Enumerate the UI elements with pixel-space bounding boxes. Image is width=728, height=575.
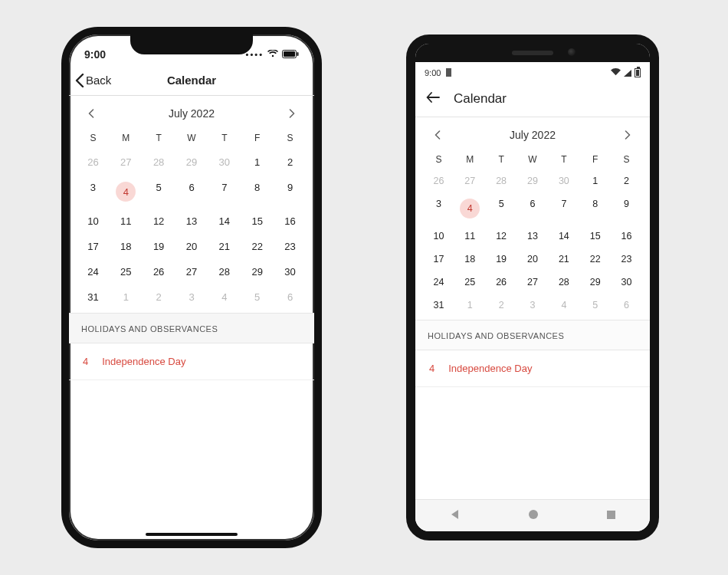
calendar-day-cell[interactable]: 11 — [454, 225, 486, 248]
calendar-day-cell[interactable]: 2 — [274, 150, 307, 175]
calendar-day-cell[interactable]: 10 — [77, 209, 110, 234]
calendar-day-cell[interactable]: 26 — [423, 169, 454, 192]
calendar-day-cell[interactable]: 25 — [454, 271, 486, 294]
calendar-day-cell[interactable]: 21 — [208, 234, 241, 259]
calendar-day-cell[interactable]: 12 — [143, 209, 175, 234]
calendar-day-cell[interactable]: 29 — [241, 259, 274, 284]
calendar-day-cell[interactable]: 22 — [579, 248, 611, 271]
calendar-day-cell[interactable]: 5 — [579, 294, 611, 317]
prev-month-button[interactable] — [83, 105, 100, 122]
back-button[interactable]: Back — [75, 74, 111, 87]
calendar-day-cell[interactable]: 5 — [143, 175, 175, 209]
calendar-day-cell[interactable]: 8 — [579, 192, 611, 225]
calendar-day-cell[interactable]: 5 — [241, 284, 274, 310]
calendar-day-cell[interactable]: 29 — [517, 169, 549, 192]
calendar-day-cell[interactable]: 27 — [110, 150, 143, 175]
calendar-day-cell[interactable]: 4 — [110, 175, 143, 209]
calendar-day-cell[interactable]: 3 — [175, 284, 208, 310]
calendar-day-cell[interactable]: 18 — [110, 234, 143, 259]
calendar-day-cell[interactable]: 1 — [241, 150, 274, 175]
calendar-day-cell[interactable]: 6 — [611, 294, 642, 317]
calendar-day-cell[interactable]: 8 — [241, 175, 274, 209]
calendar-day-cell[interactable]: 28 — [486, 169, 517, 192]
calendar-day-cell[interactable]: 30 — [208, 150, 241, 175]
calendar-day-cell[interactable]: 4 — [548, 294, 579, 317]
calendar-day-cell[interactable]: 23 — [611, 248, 642, 271]
prev-month-button[interactable] — [429, 127, 446, 143]
calendar-day-cell[interactable]: 17 — [77, 234, 110, 259]
calendar-day-cell[interactable]: 18 — [454, 248, 486, 271]
calendar-day-cell[interactable]: 19 — [143, 234, 175, 259]
calendar-day-cell[interactable]: 26 — [77, 150, 110, 175]
calendar-day-cell[interactable]: 26 — [486, 271, 517, 294]
calendar-day-cell[interactable]: 15 — [579, 225, 611, 248]
calendar-day-cell[interactable]: 29 — [175, 150, 208, 175]
calendar-day-cell[interactable]: 6 — [517, 192, 549, 225]
next-month-button[interactable] — [284, 105, 300, 122]
back-button[interactable] — [426, 92, 440, 106]
calendar-day-cell[interactable]: 3 — [77, 175, 110, 209]
calendar-day-cell[interactable]: 2 — [486, 294, 517, 317]
calendar-day-cell[interactable]: 1 — [110, 284, 143, 310]
calendar-day-cell[interactable]: 11 — [110, 209, 143, 234]
holiday-row[interactable]: 4 Independence Day — [415, 350, 650, 387]
calendar-day-cell[interactable]: 7 — [208, 175, 241, 209]
calendar-day-cell[interactable]: 30 — [274, 259, 307, 284]
calendar-day-cell[interactable]: 19 — [486, 248, 517, 271]
calendar-day-cell[interactable]: 1 — [579, 169, 611, 192]
calendar-day-cell[interactable]: 14 — [208, 209, 241, 234]
calendar-day-cell[interactable]: 1 — [454, 294, 486, 317]
android-top-bezel — [415, 44, 650, 62]
calendar-day-cell[interactable]: 13 — [517, 225, 549, 248]
calendar-day-cell[interactable]: 27 — [454, 169, 486, 192]
calendar-day-cell[interactable]: 5 — [486, 192, 517, 225]
calendar-day-cell[interactable]: 30 — [548, 169, 579, 192]
calendar-day-cell[interactable]: 3 — [423, 192, 454, 225]
calendar-day-cell[interactable]: 2 — [611, 169, 642, 192]
calendar-day-cell[interactable]: 31 — [423, 294, 454, 317]
home-indicator[interactable] — [146, 533, 238, 536]
calendar-day-cell[interactable]: 6 — [175, 175, 208, 209]
calendar-day-cell[interactable]: 22 — [241, 234, 274, 259]
calendar-day-cell[interactable]: 20 — [517, 248, 549, 271]
calendar-day-cell[interactable]: 27 — [175, 259, 208, 284]
cellular-signal-icon — [624, 70, 631, 77]
android-back-button[interactable] — [449, 508, 461, 524]
calendar-day-cell[interactable]: 9 — [274, 175, 307, 209]
calendar-day-cell[interactable]: 14 — [548, 225, 579, 248]
holiday-row[interactable]: 4 Independence Day — [69, 343, 314, 380]
calendar-day-cell[interactable]: 15 — [241, 209, 274, 234]
day-of-week-header: F — [241, 125, 274, 150]
calendar-day-cell[interactable]: 28 — [548, 271, 579, 294]
calendar-day-cell[interactable]: 20 — [175, 234, 208, 259]
calendar-day-cell[interactable]: 31 — [77, 284, 110, 310]
calendar-day-cell[interactable]: 4 — [454, 192, 486, 225]
calendar-day-cell[interactable]: 25 — [110, 259, 143, 284]
next-month-button[interactable] — [619, 127, 636, 143]
calendar-day-cell[interactable]: 30 — [611, 271, 642, 294]
calendar-day-cell[interactable]: 4 — [208, 284, 241, 310]
calendar-day-cell[interactable]: 2 — [143, 284, 175, 310]
android-home-button[interactable] — [528, 509, 539, 523]
calendar-day-cell[interactable]: 6 — [274, 284, 307, 310]
calendar-day-cell[interactable]: 9 — [611, 192, 642, 225]
calendar-day-cell[interactable]: 23 — [274, 234, 307, 259]
calendar-day-cell[interactable]: 7 — [548, 192, 579, 225]
calendar-day-cell[interactable]: 12 — [486, 225, 517, 248]
calendar-day-cell[interactable]: 16 — [611, 225, 642, 248]
android-recents-button[interactable] — [606, 509, 616, 523]
calendar-day-cell[interactable]: 24 — [423, 271, 454, 294]
calendar-day-cell[interactable]: 24 — [77, 259, 110, 284]
calendar-day-cell[interactable]: 28 — [143, 150, 175, 175]
calendar-day-cell[interactable]: 26 — [143, 259, 175, 284]
calendar-day-cell[interactable]: 10 — [423, 225, 454, 248]
calendar-day-cell[interactable]: 17 — [423, 248, 454, 271]
calendar-day-cell[interactable]: 27 — [517, 271, 549, 294]
calendar-day-cell[interactable]: 3 — [517, 294, 549, 317]
calendar-day-cell[interactable]: 16 — [274, 209, 307, 234]
iphone-device-frame: 9:00 •••• Back Calendar July 2022 — [61, 27, 322, 548]
calendar-day-cell[interactable]: 21 — [548, 248, 579, 271]
calendar-day-cell[interactable]: 29 — [579, 271, 611, 294]
calendar-day-cell[interactable]: 13 — [175, 209, 208, 234]
calendar-day-cell[interactable]: 28 — [208, 259, 241, 284]
